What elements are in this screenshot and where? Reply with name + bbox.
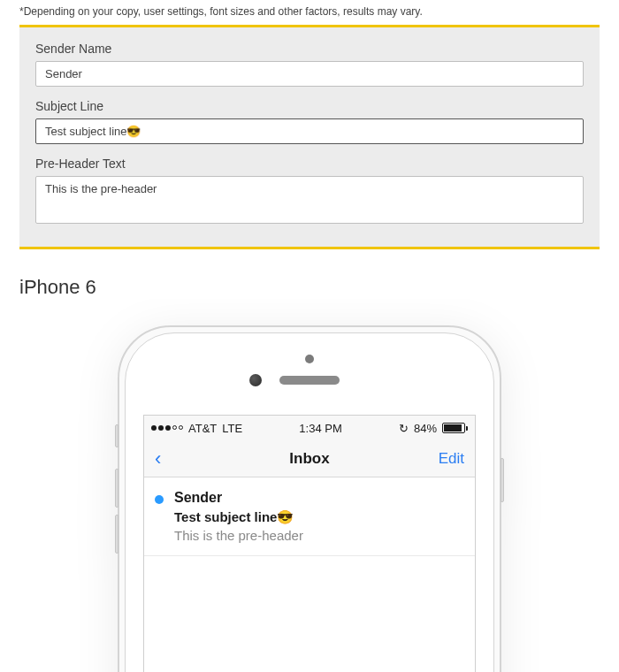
sync-icon: ↻ — [399, 422, 409, 435]
proximity-sensor-icon — [305, 355, 314, 363]
battery-icon — [442, 423, 468, 433]
mute-switch-icon — [115, 424, 118, 447]
battery-percent: 84% — [414, 422, 437, 435]
carrier-label: AT&T — [188, 422, 217, 435]
preheader-label: Pre-Header Text — [35, 157, 584, 171]
disclaimer-text: *Depending on your copy, user settings, … — [19, 0, 600, 25]
back-chevron-icon[interactable]: ‹ — [155, 447, 161, 470]
phone-frame: AT&T LTE 1:34 PM ↻ 84% ‹ Inbox — [118, 325, 501, 672]
front-camera-icon — [249, 374, 262, 386]
signal-strength-icon — [151, 425, 183, 431]
phone-screen: AT&T LTE 1:34 PM ↻ 84% ‹ Inbox — [143, 415, 476, 672]
inbox-nav-bar: ‹ Inbox Edit — [144, 440, 475, 477]
device-heading: iPhone 6 — [0, 249, 619, 299]
mail-list-item[interactable]: Sender Test subject line😎 This is the pr… — [144, 477, 475, 556]
subject-line-label: Subject Line — [35, 99, 584, 113]
status-bar: AT&T LTE 1:34 PM ↻ 84% — [144, 416, 475, 440]
sender-name-input[interactable] — [35, 61, 584, 87]
mail-subject: Test subject line😎 — [174, 509, 461, 525]
email-preview-form: Sender Name Subject Line Pre-Header Text… — [19, 25, 600, 249]
power-button-icon — [501, 458, 504, 502]
earpiece-speaker-icon — [279, 376, 340, 385]
mail-sender: Sender — [174, 490, 461, 506]
volume-down-icon — [115, 515, 118, 554]
network-label: LTE — [222, 422, 242, 435]
sender-name-label: Sender Name — [35, 42, 584, 56]
mail-preview: This is the pre-header — [174, 528, 461, 543]
status-time: 1:34 PM — [299, 422, 341, 435]
unread-indicator-icon — [155, 495, 164, 504]
subject-line-input[interactable] — [35, 118, 584, 144]
preheader-textarea[interactable]: This is the pre-header — [35, 176, 584, 224]
phone-preview: AT&T LTE 1:34 PM ↻ 84% ‹ Inbox — [0, 299, 619, 672]
volume-up-icon — [115, 469, 118, 508]
phone-body: AT&T LTE 1:34 PM ↻ 84% ‹ Inbox — [125, 332, 494, 672]
edit-button[interactable]: Edit — [439, 450, 464, 468]
inbox-title: Inbox — [144, 450, 475, 468]
